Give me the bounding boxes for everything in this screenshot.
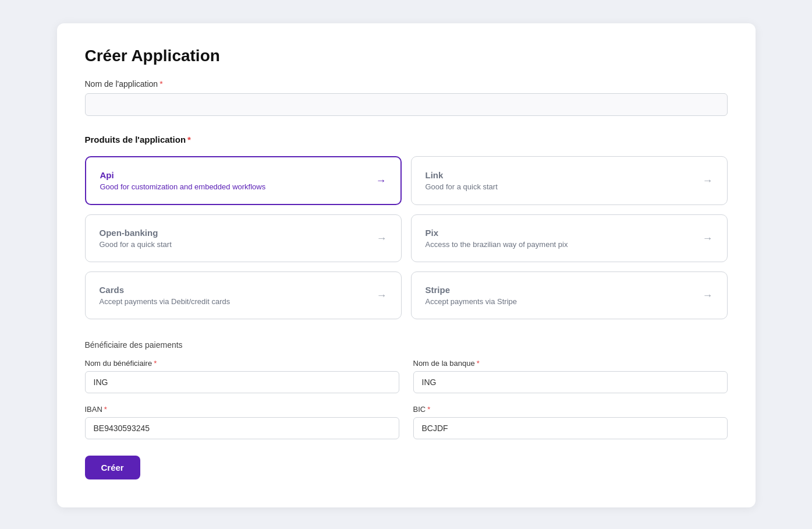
product-card-open-banking[interactable]: Open-bankingGood for a quick start→: [85, 214, 402, 262]
product-name-link: Link: [425, 170, 498, 180]
bank-name-input[interactable]: [413, 371, 728, 393]
beneficiary-name-group: Nom du bénéficiaire*: [85, 359, 399, 393]
app-name-group: Nom de l'application*: [85, 79, 728, 116]
iban-bic-row: IBAN* BIC*: [85, 405, 728, 439]
products-grid: ApiGood for customization and embedded w…: [85, 156, 728, 319]
product-card-link[interactable]: LinkGood for a quick start→: [411, 156, 728, 205]
arrow-icon: →: [376, 175, 387, 187]
arrow-icon: →: [703, 232, 713, 245]
submit-button[interactable]: Créer: [85, 456, 140, 479]
bank-name-group: Nom de la banque*: [413, 359, 728, 393]
required-marker: *: [159, 79, 162, 89]
app-name-input[interactable]: [85, 93, 728, 116]
product-name-cards: Cards: [100, 285, 231, 295]
beneficiary-section: Bénéficiaire des paiements Nom du bénéfi…: [85, 340, 728, 439]
beneficiary-name-label: Nom du bénéficiaire*: [85, 359, 399, 368]
app-name-label: Nom de l'application*: [85, 79, 728, 89]
beneficiary-name-row: Nom du bénéficiaire* Nom de la banque*: [85, 359, 728, 393]
product-desc-stripe: Accept payments via Stripe: [425, 297, 517, 306]
arrow-icon: →: [703, 290, 713, 302]
product-card-cards[interactable]: CardsAccept payments via Debit/credit ca…: [85, 271, 402, 319]
iban-input[interactable]: [85, 417, 399, 439]
bic-label: BIC*: [413, 405, 728, 414]
product-desc-link: Good for a quick start: [425, 182, 498, 191]
product-desc-cards: Accept payments via Debit/credit cards: [100, 297, 231, 306]
arrow-icon: →: [377, 290, 387, 302]
arrow-icon: →: [377, 232, 387, 245]
product-card-stripe[interactable]: StripeAccept payments via Stripe→: [411, 271, 728, 319]
products-section-label: Produits de l'application*: [85, 135, 728, 144]
product-name-api: Api: [100, 170, 266, 180]
product-card-pix[interactable]: PixAccess to the brazilian way of paymen…: [411, 214, 728, 262]
product-desc-api: Good for customization and embedded work…: [100, 182, 266, 191]
iban-group: IBAN*: [85, 405, 399, 439]
bic-input[interactable]: [413, 417, 728, 439]
product-desc-pix: Access to the brazilian way of payment p…: [425, 240, 568, 249]
product-name-open-banking: Open-banking: [100, 228, 172, 238]
product-desc-open-banking: Good for a quick start: [100, 240, 172, 249]
iban-label: IBAN*: [85, 405, 399, 414]
product-card-api[interactable]: ApiGood for customization and embedded w…: [85, 156, 402, 205]
page-title: Créer Application: [85, 47, 728, 65]
required-marker-products: *: [187, 135, 191, 144]
bank-name-label: Nom de la banque*: [413, 359, 728, 368]
bic-group: BIC*: [413, 405, 728, 439]
arrow-icon: →: [703, 175, 713, 187]
create-application-form: Créer Application Nom de l'application* …: [57, 23, 756, 507]
beneficiary-section-title: Bénéficiaire des paiements: [85, 340, 728, 350]
beneficiary-name-input[interactable]: [85, 371, 399, 393]
product-name-pix: Pix: [425, 228, 568, 238]
product-name-stripe: Stripe: [425, 285, 517, 295]
